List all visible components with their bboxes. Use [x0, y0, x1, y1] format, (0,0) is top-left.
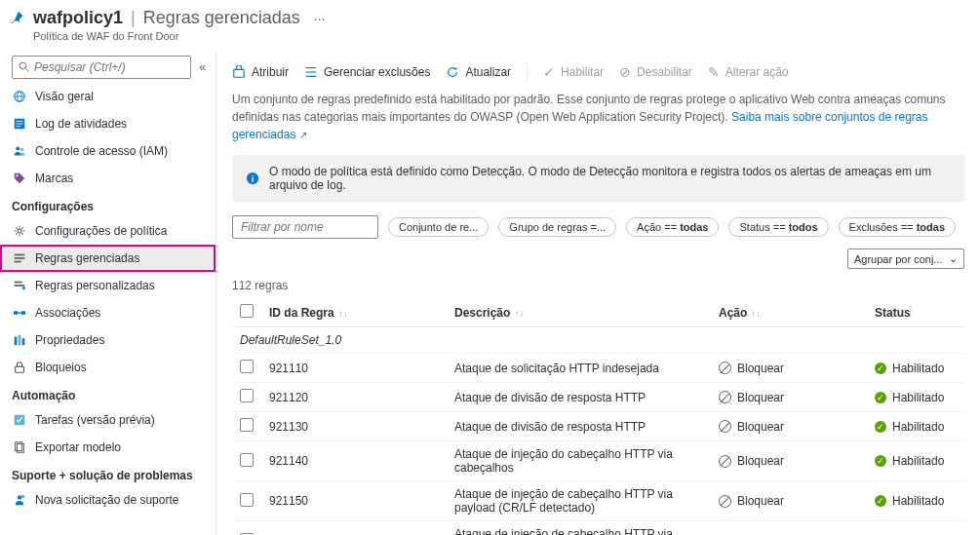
sidebar-item[interactable]: Regras gerenciadas [0, 245, 216, 272]
edit-icon: ✎ [708, 64, 720, 80]
action-label: Bloquear [737, 420, 784, 434]
manage-exclusions-button[interactable]: Gerenciar exclusões [304, 65, 430, 79]
action-label: Bloquear [737, 362, 784, 375]
status-label: Habilitado [892, 362, 944, 375]
action-filter-pill[interactable]: Ação == todas [626, 217, 719, 237]
status-label: Habilitado [892, 420, 944, 434]
col-id[interactable]: ID da Regra↑↓ [261, 298, 447, 327]
more-menu[interactable]: ··· [314, 11, 326, 26]
svg-rect-30 [234, 69, 245, 77]
sidebar-item[interactable]: Associações [0, 299, 216, 326]
sort-icon: ↑↓ [751, 308, 761, 319]
svg-rect-16 [15, 282, 22, 284]
enable-button: ✓ Habilitar [543, 64, 604, 80]
svg-rect-19 [21, 311, 25, 315]
sidebar-item-label: Log de atividades [35, 117, 127, 131]
svg-rect-13 [15, 254, 25, 256]
svg-rect-22 [19, 335, 21, 346]
refresh-button[interactable]: Atualizar [446, 65, 511, 79]
assign-button[interactable]: Atribuir [232, 65, 289, 79]
sidebar-item[interactable]: Propriedades [0, 326, 216, 354]
gear-icon [12, 223, 27, 239]
page-title: wafpolicy1 [33, 8, 123, 28]
sidebar-item-label: Marcas [35, 172, 73, 185]
sidebar-item-label: Configurações de política [35, 224, 167, 238]
row-checkbox[interactable] [240, 418, 254, 432]
enabled-icon: ✓ [875, 495, 886, 507]
sidebar-item-label: Regras gerenciadas [35, 251, 139, 265]
pin-icon[interactable] [12, 10, 25, 23]
sidebar-item[interactable]: Exportar modelo [0, 434, 216, 461]
status-label: Habilitado [892, 391, 944, 404]
search-box[interactable] [12, 56, 191, 79]
name-filter-input[interactable] [232, 215, 378, 239]
chevron-down-icon: ⌄ [949, 252, 958, 265]
sidebar-item[interactable]: Regras personalizadas [0, 272, 216, 299]
table-row[interactable]: 921110Ataque de solicitação HTTP indesej… [232, 354, 964, 383]
exclusions-filter-pill[interactable]: Exclusões == todas [839, 217, 956, 237]
page-subtitle: Regras gerenciadas [143, 8, 300, 28]
sidebar-item[interactable]: Visão geral [0, 83, 216, 110]
row-checkbox[interactable] [240, 493, 254, 507]
globe-icon [12, 89, 27, 104]
sidebar-item[interactable]: Log de atividades [0, 110, 216, 137]
sidebar-item[interactable]: Bloqueios [0, 354, 216, 381]
lock-icon [12, 360, 27, 375]
filters: Conjunto de re... Grupo de regras =... A… [232, 215, 964, 269]
nav-heading: Suporte + solução de problemas [0, 461, 216, 486]
svg-rect-18 [14, 311, 18, 315]
group-by-select[interactable]: Agrupar por conj... ⌄ [847, 248, 964, 269]
svg-point-29 [21, 495, 25, 499]
rule-count: 112 regras [232, 279, 964, 292]
rules-icon [12, 250, 27, 266]
refresh-icon [446, 65, 459, 79]
block-icon: ⊘ [619, 64, 631, 80]
col-action[interactable]: Ação↑↓ [711, 298, 867, 327]
sidebar-item[interactable]: Controle de acesso (IAM) [0, 137, 216, 165]
collapse-sidebar-icon[interactable]: « [195, 57, 210, 78]
svg-point-0 [20, 62, 26, 69]
col-status[interactable]: Status [867, 298, 964, 327]
row-checkbox[interactable] [240, 389, 254, 402]
enabled-icon: ✓ [875, 363, 886, 374]
ruleset-filter-pill[interactable]: Conjunto de re... [388, 217, 489, 237]
sidebar-item-label: Nova solicitação de suporte [35, 493, 178, 507]
col-desc[interactable]: Descrição↑↓ [447, 298, 711, 327]
nav-heading: Configurações [0, 192, 216, 217]
nav-heading: Automação [0, 381, 216, 406]
block-icon [719, 495, 731, 508]
svg-line-1 [26, 69, 29, 72]
change-action-button: ✎ Alterar ação [708, 64, 789, 80]
sidebar-item[interactable]: Marcas [0, 165, 216, 192]
table-row[interactable]: 921130Ataque de divisão de resposta HTTP… [232, 412, 964, 441]
info-box: i O modo de política está definido como … [232, 155, 964, 202]
select-all-checkbox[interactable] [240, 304, 254, 318]
search-icon [19, 61, 30, 73]
sidebar-item[interactable]: Configurações de política [0, 217, 216, 245]
sidebar-item-label: Regras personalizadas [35, 279, 155, 292]
row-checkbox[interactable] [240, 360, 254, 373]
sidebar-item-label: Visão geral [35, 90, 94, 103]
status-filter-pill[interactable]: Status == todos [728, 217, 828, 237]
svg-point-12 [18, 229, 21, 233]
search-input[interactable] [34, 60, 184, 74]
svg-text:i: i [252, 173, 255, 184]
sidebar: « Visão geralLog de atividadesControle d… [0, 52, 216, 535]
svg-point-9 [16, 146, 20, 150]
table-row[interactable]: 921150Ataque de injeção de cabeçalho HTT… [232, 481, 964, 521]
rulegroup-filter-pill[interactable]: Grupo de regras =... [498, 217, 616, 237]
support-icon [12, 492, 27, 508]
table-row[interactable]: 921120Ataque de divisão de resposta HTTP… [232, 383, 964, 412]
group-header-row[interactable]: DefaultRuleSet_1.0 [232, 327, 964, 354]
table-row[interactable]: 921160Ataque de injeção de cabeçalho HTT… [232, 521, 964, 536]
row-checkbox[interactable] [240, 453, 254, 467]
assign-icon [232, 65, 246, 79]
sidebar-item-label: Propriedades [35, 333, 104, 347]
sidebar-item[interactable]: Tarefas (versão prévia) [0, 406, 216, 434]
table-row[interactable]: 921140Ataque de injeção do cabeçalho HTT… [232, 441, 964, 481]
check-icon: ✓ [543, 64, 555, 80]
svg-point-11 [16, 174, 18, 176]
list-icon [304, 65, 318, 79]
assoc-icon [12, 305, 27, 321]
sidebar-item[interactable]: Nova solicitação de suporte [0, 486, 216, 514]
